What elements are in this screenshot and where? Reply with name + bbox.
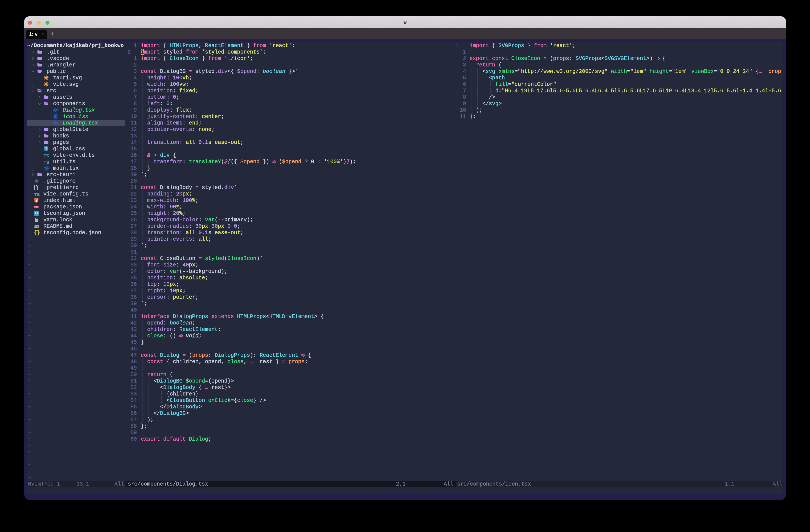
svg-text:TS: TS bbox=[35, 212, 38, 215]
